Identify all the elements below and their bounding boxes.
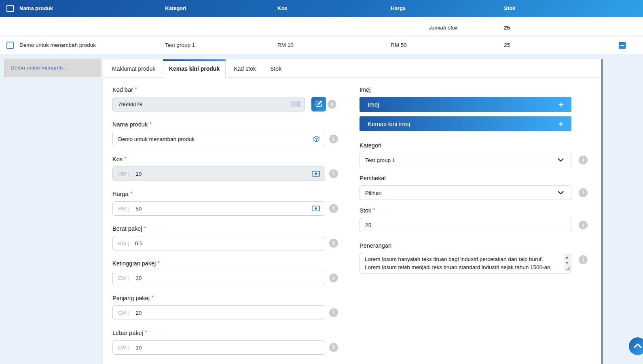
sidebar-item-product[interactable]: Demo untuk menamb... — [4, 59, 101, 77]
barcode-icon — [292, 101, 300, 107]
edit-barcode-button[interactable] — [311, 97, 326, 112]
field-stok: Stok* 25 i — [360, 207, 594, 232]
harga-value: 50 — [135, 206, 142, 212]
field-label: Lebar pakej* — [112, 330, 147, 336]
collapse-row-button[interactable] — [619, 42, 626, 49]
field-ketinggian-pakej: Ketinggian pakej* CM | 20 i — [112, 260, 339, 285]
money-icon — [312, 171, 320, 177]
info-icon[interactable]: i — [579, 188, 588, 197]
product-row[interactable]: Demo untuk menambah produk Test group 1 … — [0, 36, 643, 54]
product-category-cell: Test group 1 — [165, 36, 195, 54]
tab-maklumat-produk[interactable]: Maklumat produk — [104, 59, 163, 78]
imej-section-label: Imej — [360, 86, 370, 93]
detail-section: Demo untuk menamb... Maklumat produk Kem… — [0, 54, 643, 364]
field-label: Panjang pakej* — [112, 295, 154, 301]
info-icon[interactable]: i — [329, 239, 338, 248]
column-header-stock: Stok — [504, 0, 515, 17]
chevron-down-icon — [558, 158, 564, 162]
pembekal-select[interactable]: Pilihan — [360, 185, 571, 200]
kos-value: 10 — [135, 171, 142, 177]
resize-handle[interactable] — [566, 265, 570, 272]
column-header-name: Nama produk — [19, 0, 53, 17]
info-icon[interactable]: i — [329, 308, 338, 317]
column-header-cost: Kos — [277, 0, 288, 17]
lebar-value: 10 — [135, 345, 142, 351]
unit-prefix: CM | — [118, 275, 129, 281]
summary-row: Jumlah stok 25 — [0, 20, 643, 36]
kos-input[interactable]: RM | 10 — [112, 166, 325, 181]
scroll-down-arrow-icon[interactable] — [565, 262, 569, 264]
required-asterisk: * — [131, 191, 133, 196]
product-price-cell: RM 50 — [391, 36, 407, 54]
required-asterisk: * — [373, 207, 375, 213]
required-asterisk: * — [144, 225, 146, 231]
field-lebar-pakej: Lebar pakej* CM | 10 i — [112, 330, 339, 355]
kategori-value: Test group 1 — [365, 157, 395, 163]
field-label: Kategori — [360, 142, 381, 149]
field-label: Pembekal — [360, 175, 385, 181]
field-kod-bar: Kod bar* 79694028 i — [112, 86, 339, 112]
penerangan-text: Lorem Ipsum hanyalah teks tiruan bagi in… — [365, 255, 561, 274]
required-asterisk: * — [158, 260, 160, 266]
info-icon[interactable]: i — [329, 274, 338, 282]
panel-scrollbar[interactable] — [601, 59, 603, 364]
field-label: Harga* — [112, 191, 132, 197]
info-icon[interactable]: i — [329, 204, 338, 213]
nama-produk-input[interactable]: Demo untuk menambah produk — [112, 132, 325, 146]
tab-stok[interactable]: Stok — [264, 59, 288, 78]
unit-prefix: CM | — [118, 310, 129, 316]
required-asterisk: * — [145, 330, 147, 335]
column-header-price: Harga — [391, 0, 406, 17]
total-stock-value: 25 — [504, 20, 510, 36]
stok-input[interactable]: 25 — [360, 218, 571, 232]
imej-button-label: Imej — [368, 101, 379, 108]
product-management-screen: Nama produk Kategori Kos Harga Stok Juml… — [0, 0, 643, 364]
field-label: Berat pakej* — [112, 225, 146, 232]
panjang-pakej-input[interactable]: CM | 20 — [112, 305, 325, 320]
unit-prefix: CM | — [118, 345, 129, 351]
tab-kad-stok[interactable]: Kad stok — [226, 59, 264, 78]
field-label: Stok* — [360, 207, 375, 214]
nama-produk-value: Demo untuk menambah produk — [118, 136, 195, 142]
info-icon[interactable]: i — [579, 156, 588, 164]
chevron-down-icon — [558, 191, 564, 195]
plus-icon: + — [558, 101, 563, 109]
required-asterisk: * — [135, 86, 137, 92]
kemas-kini-imej-button[interactable]: Kemas kini imej + — [360, 116, 571, 131]
imej-add-button[interactable]: Imej + — [360, 97, 571, 112]
ketinggian-pakej-input[interactable]: CM | 20 — [112, 271, 325, 285]
field-label: Nama produk* — [112, 121, 152, 128]
field-penerangan: Penerangan Lorem Ipsum hanyalah teks tir… — [360, 242, 594, 275]
info-icon[interactable]: i — [579, 255, 588, 264]
chevron-up-icon — [633, 343, 642, 350]
berat-pakej-input[interactable]: KG | 0.5 — [112, 236, 325, 250]
required-asterisk: * — [125, 156, 127, 162]
info-icon[interactable]: i — [329, 343, 338, 352]
lebar-pakej-input[interactable]: CM | 10 — [112, 340, 325, 355]
required-asterisk: * — [152, 295, 154, 301]
berat-value: 0.5 — [135, 240, 143, 246]
tab-kemas-kini-produk[interactable]: Kemas kini produk — [163, 59, 226, 78]
tab-bar: Maklumat produk Kemas kini produk Kad st… — [103, 59, 601, 78]
scroll-up-arrow-icon[interactable] — [565, 256, 569, 259]
currency-prefix: RM | — [118, 171, 129, 177]
kategori-select[interactable]: Test group 1 — [360, 153, 571, 167]
field-label: Ketinggian pakej* — [112, 260, 160, 267]
scroll-to-top-button[interactable] — [629, 337, 643, 355]
info-icon[interactable]: i — [328, 100, 336, 109]
table-header: Nama produk Kategori Kos Harga Stok — [0, 0, 643, 17]
currency-prefix: RM | — [118, 206, 129, 212]
info-icon[interactable]: i — [329, 135, 338, 143]
total-stock-label: Jumlah stok — [429, 20, 458, 36]
field-berat-pakej: Berat pakej* KG | 0.5 i — [112, 225, 339, 250]
row-checkbox[interactable] — [6, 42, 14, 49]
field-pembekal: Pembekal Pilihan i — [360, 175, 594, 200]
info-icon[interactable]: i — [329, 169, 338, 178]
product-name-cell: Demo untuk menambah produk — [19, 36, 96, 54]
select-all-checkbox[interactable] — [6, 5, 14, 12]
kod-bar-value: 79694028 — [118, 101, 142, 107]
kod-bar-input[interactable]: 79694028 — [112, 97, 305, 112]
penerangan-textarea[interactable]: Lorem Ipsum hanyalah teks tiruan bagi in… — [360, 253, 571, 274]
info-icon[interactable]: i — [579, 221, 588, 229]
harga-input[interactable]: RM | 50 — [112, 201, 325, 216]
